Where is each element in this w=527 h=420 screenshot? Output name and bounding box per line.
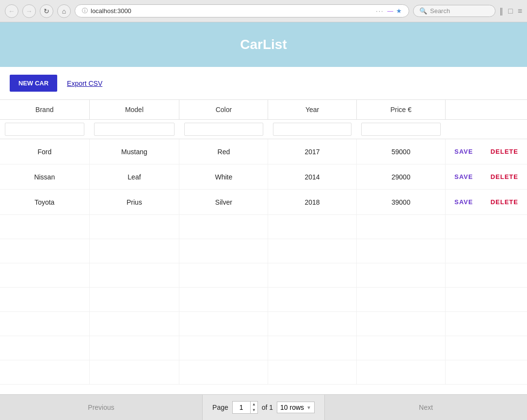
cell-save: SAVE [446,139,482,164]
filter-model[interactable] [94,123,175,136]
empty-row [0,312,527,336]
cell-brand: Ford [0,139,89,164]
empty-row [0,215,527,239]
page-label: Page [212,404,228,411]
cell-year: 2017 [268,139,356,164]
pagination: Previous Page ▲ ▼ of 1 10 rows 25 rows 5… [0,394,527,414]
cell-model: Mustang [89,139,179,164]
empty-row [0,288,527,312]
rows-select-wrap: 10 rows 25 rows 50 rows [277,402,315,413]
export-csv-link[interactable]: Export CSV [67,80,102,87]
forward-button[interactable]: → [22,4,36,18]
filter-year[interactable] [273,123,351,136]
bookmark-icon[interactable]: ★ [396,7,402,15]
table-row: Toyota Prius Silver 2018 39000 SAVE DELE… [0,190,527,215]
save-button-2[interactable]: SAVE [450,171,477,182]
cell-color: Silver [179,190,268,215]
library-icon[interactable]: ‖ [499,6,503,16]
back-button[interactable]: ← [5,4,18,18]
page-input[interactable] [233,402,250,413]
cell-color: Red [179,139,268,164]
reader-view-icon[interactable]: □ [508,7,513,16]
col-year: Year [268,100,356,120]
cell-price: 59000 [356,139,446,164]
delete-button-1[interactable]: DELETE [487,146,522,157]
page-info: Page ▲ ▼ of 1 10 rows 25 rows 50 rows [203,401,324,413]
rows-select[interactable]: 10 rows 25 rows 50 rows [280,404,311,411]
filter-row [0,120,527,139]
app-title: CarList [15,37,512,52]
col-save-header [446,100,482,120]
total-pages: of 1 [262,404,273,411]
page-decrement[interactable]: ▼ [251,407,257,413]
cell-price: 39000 [356,190,446,215]
col-color: Color [179,100,268,120]
search-placeholder: Search [430,7,450,15]
cell-color: White [179,164,268,190]
previous-button[interactable]: Previous [0,395,203,414]
reload-button[interactable]: ↻ [40,4,53,18]
page-spinners: ▲ ▼ [250,402,257,413]
col-brand: Brand [0,100,89,120]
filter-color[interactable] [184,123,263,136]
cell-save: SAVE [446,190,482,215]
delete-button-3[interactable]: DELETE [487,196,522,208]
menu-icon[interactable]: ≡ [518,7,522,16]
filter-brand[interactable] [5,123,84,136]
browser-chrome: ← → ↻ ⌂ ⓘ localhost:3000 ··· ⸻ ★ 🔍 Searc… [0,0,527,22]
cell-brand: Toyota [0,190,89,215]
cell-model: Prius [89,190,179,215]
home-button[interactable]: ⌂ [57,4,71,18]
cell-year: 2018 [268,190,356,215]
cell-save: SAVE [446,164,482,190]
browser-icons: ‖ □ ≡ [499,6,522,16]
toolbar: NEW CAR Export CSV [0,67,527,100]
app-content: CarList NEW CAR Export CSV Brand Model C… [0,22,527,414]
address-bar[interactable]: ⓘ localhost:3000 ··· ⸻ ★ [75,4,409,17]
app-header: CarList [0,22,527,67]
search-icon: 🔍 [419,7,427,15]
search-bar[interactable]: 🔍 Search [413,5,495,17]
url-text: localhost:3000 [91,7,373,15]
cell-delete: DELETE [482,164,527,190]
filter-price[interactable] [361,123,441,136]
empty-row [0,263,527,288]
cell-model: Leaf [89,164,179,190]
col-price: Price € [356,100,446,120]
table-row: Nissan Leaf White 2014 29000 SAVE DELETE [0,164,527,190]
page-increment[interactable]: ▲ [251,402,257,407]
cell-price: 29000 [356,164,446,190]
col-model: Model [89,100,179,120]
table-header-row: Brand Model Color Year Price € [0,100,527,120]
cell-year: 2014 [268,164,356,190]
info-icon: ⓘ [82,7,88,15]
new-car-button[interactable]: NEW CAR [10,75,57,92]
cell-delete: DELETE [482,139,527,164]
cell-delete: DELETE [482,190,527,215]
col-delete-header [482,100,527,120]
car-table-container: Brand Model Color Year Price € [0,100,527,385]
save-button-3[interactable]: SAVE [450,196,477,208]
save-button-1[interactable]: SAVE [450,146,477,157]
empty-row [0,336,527,360]
empty-row [0,360,527,385]
table-row: Ford Mustang Red 2017 59000 SAVE DELETE [0,139,527,164]
pocket-icon[interactable]: ⸻ [387,7,393,15]
empty-row [0,239,527,263]
delete-button-2[interactable]: DELETE [487,171,522,182]
next-button[interactable]: Next [324,395,527,414]
page-input-wrap: ▲ ▼ [232,401,258,413]
cell-brand: Nissan [0,164,89,190]
address-more-icon: ··· [376,7,384,15]
car-table: Brand Model Color Year Price € [0,100,527,385]
